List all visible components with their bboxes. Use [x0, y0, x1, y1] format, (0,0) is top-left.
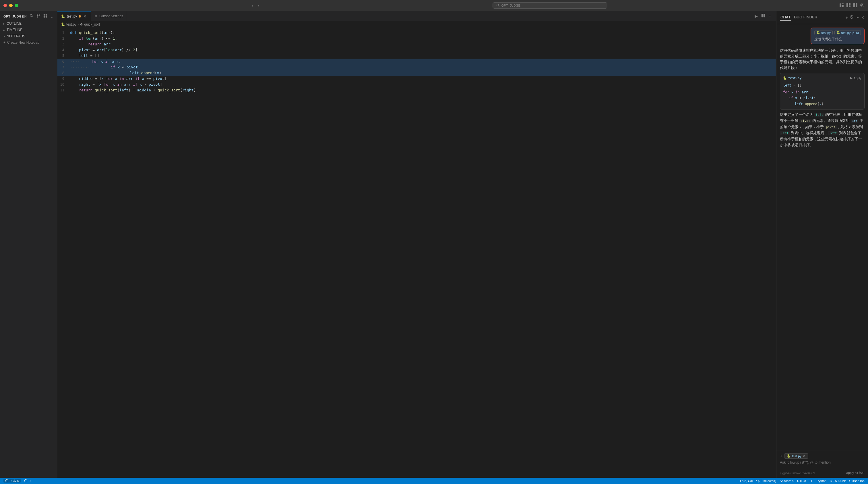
- new-chat-button[interactable]: +: [846, 15, 848, 20]
- sidebar-search-button[interactable]: [29, 13, 34, 19]
- breadcrumb-sep: ›: [78, 22, 79, 26]
- status-warnings[interactable]: 0: [24, 479, 30, 483]
- token-var: arr: [126, 77, 133, 81]
- token-kw: if: [70, 36, 86, 40]
- sidebar-branch-button[interactable]: [36, 13, 41, 19]
- split-button[interactable]: [853, 3, 858, 8]
- token-kw: return: [70, 88, 95, 92]
- status-cursor-tab[interactable]: Cursor Tab: [849, 479, 865, 483]
- sidebar-copy-button[interactable]: ⎘: [24, 13, 27, 19]
- token-punct: ]: [160, 82, 162, 86]
- status-position[interactable]: Ln 8, Col 27 (70 selected): [740, 479, 776, 483]
- status-line-ending[interactable]: LF: [809, 479, 813, 483]
- status-language[interactable]: Python: [817, 479, 826, 483]
- close-button[interactable]: [3, 4, 7, 7]
- code-line-3: if x < pivot:: [783, 95, 861, 101]
- user-message-container: 🐍 test.py 🐍 test.py (5–8) 这段代码在干什么: [780, 28, 865, 44]
- line-number-7: 7: [57, 64, 69, 70]
- code-editor[interactable]: 1def quick_sort(arr):2 if len(arr) <= 1:…: [57, 28, 776, 478]
- chat-tab[interactable]: CHAT: [780, 14, 791, 21]
- selection-dots-7: ········: [70, 65, 93, 69]
- bug-finder-tab[interactable]: BUG FINDER: [794, 14, 818, 21]
- run-button[interactable]: ▶: [753, 13, 759, 19]
- code-line-7[interactable]: 7········ if x < pivot:: [57, 64, 776, 70]
- status-version[interactable]: 3.9.6 64-bit: [830, 479, 846, 483]
- nav-forward-button[interactable]: ›: [256, 2, 260, 9]
- code-line-4: left.append(x): [783, 101, 861, 107]
- line-number-1: 1: [57, 30, 69, 36]
- code-line-3[interactable]: 3 return arr: [57, 41, 776, 47]
- chat-input-tag-test-py: 🐍 test.py ✕: [784, 453, 808, 459]
- code-line-9[interactable]: 9 middle = [x for x in arr if x == pivot…: [57, 76, 776, 82]
- chat-more-button[interactable]: ⋯: [856, 15, 859, 20]
- minimize-button[interactable]: [9, 4, 12, 7]
- token-var: arr: [95, 36, 101, 40]
- chat-close-button[interactable]: ✕: [861, 15, 865, 20]
- line-content-5: left = []: [69, 53, 776, 59]
- token-var: arr: [112, 59, 119, 63]
- title-right-actions: [839, 3, 865, 8]
- tab-close-test-py[interactable]: ✕: [83, 15, 87, 19]
- warning-icon: [12, 479, 16, 483]
- sidebar-item-outline[interactable]: ▸ OUTLINE: [0, 21, 57, 27]
- notepads-label: NOTEPADS: [7, 34, 25, 38]
- token-var: pivot: [127, 65, 138, 69]
- breadcrumb-symbol: quick_sort: [84, 22, 100, 26]
- nav-back-button[interactable]: ‹: [250, 2, 255, 9]
- chat-tag-label: test.py: [792, 454, 801, 458]
- user-tag-test-py-label: test.py: [821, 31, 830, 34]
- tab-cursor-settings[interactable]: ⚙ Cursor Settings: [91, 11, 127, 21]
- inline-arr: arr: [851, 119, 859, 123]
- status-encoding[interactable]: UTF-8: [797, 479, 806, 483]
- maximize-button[interactable]: [15, 4, 19, 7]
- apply-all-label: apply all ⌘↵: [846, 471, 865, 475]
- tab-bar: 🐍 test.py ✕ ⚙ Cursor Settings ▶ ⋯: [57, 11, 776, 21]
- sidebar-item-notepads[interactable]: ▾ NOTEPADS: [0, 33, 57, 39]
- line-content-8: ············ left.append(x): [69, 70, 776, 76]
- add-file-button[interactable]: +: [780, 454, 782, 459]
- status-spaces[interactable]: Spaces: 4: [780, 479, 794, 483]
- token-var: arr: [124, 82, 131, 86]
- tab-test-py[interactable]: 🐍 test.py ✕: [57, 11, 91, 21]
- token-var: right: [70, 82, 90, 86]
- sidebar-more-button[interactable]: ⌄: [50, 13, 54, 19]
- title-search[interactable]: GPT_JUDGE: [493, 2, 608, 9]
- sidebar-toggle-button[interactable]: [839, 3, 844, 8]
- remove-tag-button[interactable]: ✕: [803, 454, 806, 458]
- sidebar-item-timeline[interactable]: ▸ TIMELINE: [0, 27, 57, 33]
- line-content-10: right = [x for x in arr if x > pivot]: [69, 82, 776, 87]
- apply-button[interactable]: ▶ Apply: [850, 76, 861, 80]
- token-punct: ) //: [122, 48, 133, 52]
- code-line-6[interactable]: 6···· for x in arr:: [57, 59, 776, 64]
- code-line-2[interactable]: 2 if len(arr) <= 1:: [57, 36, 776, 41]
- status-errors[interactable]: 0 0: [3, 479, 21, 483]
- code-line-1[interactable]: 1def quick_sort(arr):: [57, 30, 776, 36]
- code-line-11[interactable]: 11 return quick_sort(left) + middle + qu…: [57, 87, 776, 93]
- more-editor-actions-button[interactable]: ⋯: [768, 13, 774, 19]
- chat-history-button[interactable]: [849, 15, 854, 20]
- outline-arrow: ▸: [3, 22, 5, 25]
- split-editor-button[interactable]: [760, 13, 766, 19]
- sidebar: GPT_JUDGE ⎘: [0, 11, 57, 478]
- code-line-4[interactable]: 4 pivot = arr[len(arr) // 2]: [57, 47, 776, 53]
- code-line-5[interactable]: 5 left = []: [57, 53, 776, 59]
- status-right: Ln 8, Col 27 (70 selected) Spaces: 4 UTF…: [740, 479, 865, 483]
- svg-point-12: [861, 3, 864, 7]
- apply-all-button[interactable]: apply all ⌘↵: [846, 471, 865, 475]
- code-line-8[interactable]: 8············ left.append(x): [57, 70, 776, 76]
- line-number-8: 8: [57, 70, 69, 76]
- token-punct: []: [95, 53, 99, 58]
- sidebar-layout-button[interactable]: [43, 13, 48, 19]
- token-kw: if: [93, 65, 117, 69]
- layout-button[interactable]: [846, 3, 851, 8]
- token-punct: (: [113, 48, 115, 52]
- inline-left-3: left: [828, 131, 838, 135]
- settings-button[interactable]: [860, 3, 865, 8]
- create-notepad-button[interactable]: + Create New Notepad: [0, 39, 57, 46]
- apply-arrow: ▶: [850, 76, 852, 80]
- notepads-arrow: ▾: [3, 35, 5, 38]
- code-line-10[interactable]: 10 right = [x for x in arr if x > pivot]: [57, 82, 776, 87]
- token-kw: in: [103, 59, 112, 63]
- chat-input[interactable]: [780, 460, 865, 468]
- token-punct: .: [139, 71, 141, 75]
